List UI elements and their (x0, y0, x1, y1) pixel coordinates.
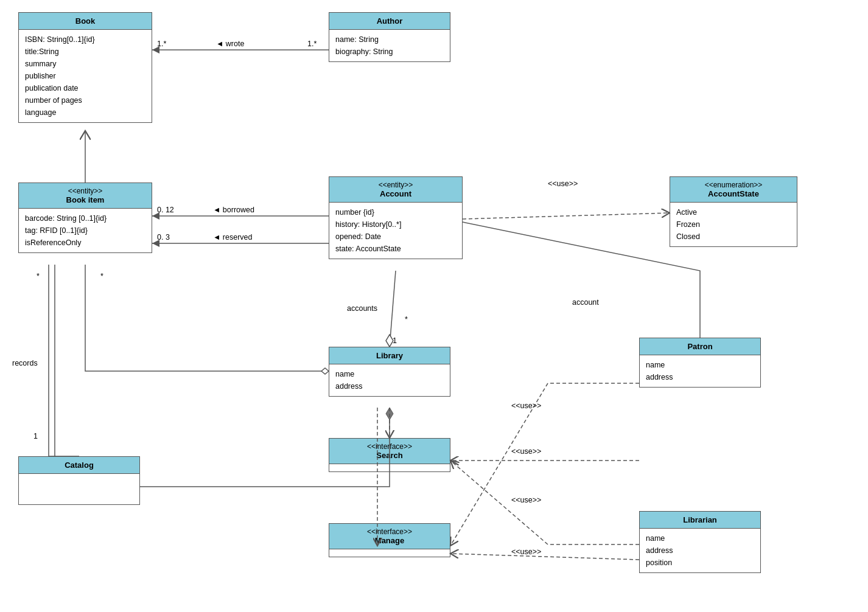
bookitem-star-right: * (100, 272, 103, 280)
library-box: Library name address (329, 347, 450, 397)
patron-use-search: <<use>> (511, 447, 541, 456)
accountstate-stereotype: <<enumeration>> (676, 181, 791, 189)
search-box: <<interface>> Search (329, 438, 450, 472)
patron-header: Patron (640, 338, 760, 355)
library-header: Library (329, 347, 450, 364)
catalog-body (19, 474, 139, 504)
patron-use-manage: <<use>> (511, 402, 541, 410)
librarian-use-search: <<use>> (511, 496, 541, 504)
manage-box: <<interface>> Manage (329, 523, 450, 557)
bookitem-star-left: * (37, 272, 40, 280)
author-body: name: String biography: String (329, 30, 450, 61)
catalog-one: 1 (33, 432, 38, 440)
book-body: ISBN: String[0..1]{id} title:String summ… (19, 30, 152, 122)
accounts-label: accounts (347, 304, 377, 313)
svg-line-15 (450, 554, 639, 560)
search-stereotype: <<interface>> (335, 442, 444, 451)
library-body: name address (329, 364, 450, 396)
account-label: account (572, 298, 599, 307)
accountstate-header: <<enumeration>> AccountState (670, 177, 797, 203)
patron-box: Patron name address (639, 338, 761, 388)
svg-line-7 (463, 213, 670, 219)
accountstate-body: Active Frozen Closed (670, 203, 797, 246)
wrote-right-mult: 1.* (307, 40, 317, 48)
librarian-body: name address position (640, 529, 760, 572)
wrote-text: ◄ wrote (216, 40, 244, 48)
manage-body (329, 549, 450, 557)
catalog-box: Catalog (18, 456, 140, 505)
accounts-star: * (405, 315, 408, 324)
book-box: Book ISBN: String[0..1]{id} title:String… (18, 12, 152, 123)
library-one: 1 (393, 336, 397, 345)
reserved-text: ◄ reserved (213, 233, 252, 242)
librarian-use-manage: <<use>> (511, 548, 541, 556)
borrowed-text: ◄ borrowed (213, 206, 254, 214)
bookitem-stereotype: <<entity>> (25, 187, 145, 195)
author-header: Author (329, 13, 450, 30)
catalog-header: Catalog (19, 457, 139, 474)
borrowed-left-mult: 0. 12 (157, 206, 174, 214)
manage-stereotype: <<interface>> (335, 527, 444, 536)
svg-line-11 (390, 271, 396, 347)
use-accountstate: <<use>> (548, 179, 578, 188)
records-label: records (12, 359, 38, 367)
svg-marker-8 (321, 368, 329, 374)
book-header: Book (19, 13, 152, 30)
reserved-left-mult: 0. 3 (157, 233, 170, 242)
account-header: <<entity>> Account (329, 177, 462, 203)
svg-marker-10 (386, 408, 393, 420)
account-body: number {id} history: History[0..*] opene… (329, 203, 462, 259)
librarian-box: Librarian name address position (639, 511, 761, 573)
bookitem-box: <<entity>> Book item barcode: String [0.… (18, 183, 152, 253)
manage-header: <<interface>> Manage (329, 524, 450, 549)
wrote-left-mult: 1.* (157, 40, 166, 48)
author-box: Author name: String biography: String (329, 12, 450, 62)
patron-body: name address (640, 355, 760, 387)
uml-diagram: Book ISBN: String[0..1]{id} title:String… (0, 0, 868, 612)
bookitem-header: <<entity>> Book item (19, 183, 152, 209)
search-body (329, 464, 450, 471)
bookitem-body: barcode: String [0..1]{id} tag: RFID [0.… (19, 209, 152, 252)
search-header: <<interface>> Search (329, 439, 450, 464)
account-box: <<entity>> Account number {id} history: … (329, 176, 463, 259)
librarian-header: Librarian (640, 512, 760, 529)
accountstate-box: <<enumeration>> AccountState Active Froz… (670, 176, 797, 247)
account-stereotype: <<entity>> (335, 181, 456, 189)
